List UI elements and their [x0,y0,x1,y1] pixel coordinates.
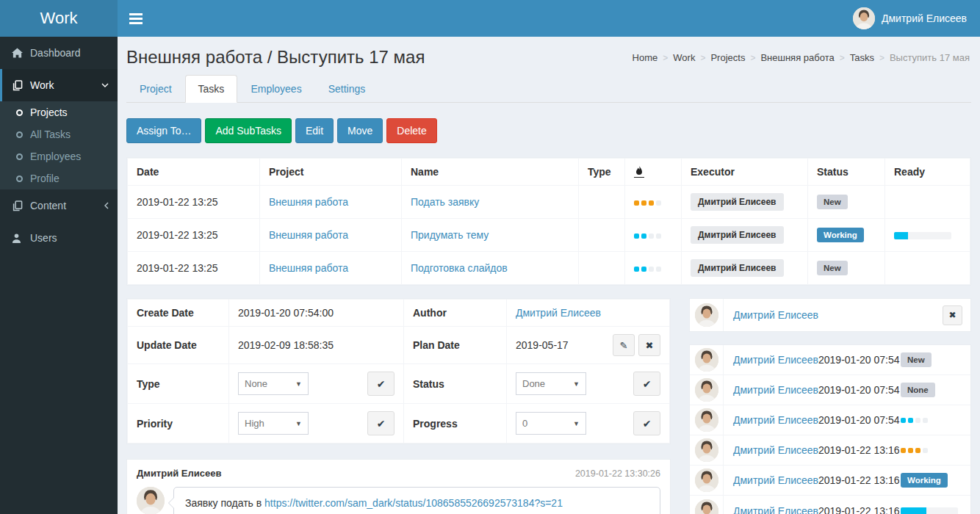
check-icon: ✔ [643,378,652,390]
task-priority [625,252,682,285]
priority-sort-link[interactable] [634,166,644,178]
history-user-link[interactable]: Дмитрий Елисеев [724,444,818,456]
breadcrumb-home[interactable]: Home [633,52,658,63]
status-select[interactable]: Done▼ [516,372,586,395]
history-date: 2019-01-20 07:54 [818,384,901,396]
edit-button[interactable]: Edit [295,118,334,143]
check-icon: ✔ [643,418,652,430]
sidebar-item-label: Profile [30,173,60,184]
sidebar-item-employees[interactable]: Employees [0,145,118,167]
sidebar-toggle-icon[interactable] [129,6,154,31]
person-icon [12,234,30,243]
history-row: Дмитрий Елисеев 2019-01-22 13:16 Working [690,466,970,496]
task-toolbar: Assign To… Add SubTasks Edit Move Delete [126,118,971,143]
select-arrow-icon: ▼ [573,380,580,388]
tasks-table: Date Project Name Type Executor Status R… [127,158,970,285]
priority-select[interactable]: High▼ [238,412,309,435]
project-link[interactable]: Внешняя работа [269,229,348,241]
tab-project[interactable]: Project [126,75,185,103]
type-label: Type [128,364,229,404]
executor-link[interactable]: Дмитрий Елисеев [724,309,943,321]
history-user-link[interactable]: Дмитрий Елисеев [724,505,818,514]
edit-plan-date-button[interactable]: ✎ [613,334,635,356]
plan-date-value: 2019-05-17 [516,339,569,351]
task-ready [885,219,970,252]
history-date: 2019-01-22 13:16 [818,474,901,486]
task-link[interactable]: Придумать тему [411,229,489,241]
sidebar-item-dashboard[interactable]: Dashboard [0,37,118,69]
sidebar-item-projects[interactable]: Projects [0,101,118,123]
apply-progress-button[interactable]: ✔ [633,411,660,435]
task-row: 2019-01-22 13:25 Внешняя работа Подать з… [128,186,970,219]
history-value: Working [901,473,970,488]
brand-logo[interactable]: Work [0,0,118,37]
fire-icon [635,166,643,175]
status-badge: Working [808,219,885,252]
history-user-link[interactable]: Дмитрий Елисеев [724,414,818,426]
breadcrumb-tasks[interactable]: Tasks [850,52,874,63]
create-date-label: Create Date [128,300,229,327]
type-select[interactable]: None▼ [238,372,309,395]
chevron-left-icon [104,202,109,209]
select-arrow-icon: ▼ [295,380,302,388]
apply-status-button[interactable]: ✔ [633,372,660,396]
comment-avatar [137,487,165,514]
tab-employees[interactable]: Employees [237,75,314,103]
sidebar-item-work[interactable]: Work [0,69,118,101]
progress-select[interactable]: 0▼ [516,412,586,435]
comment-author: Дмитрий Елисеев [137,468,221,479]
tab-settings[interactable]: Settings [315,75,379,103]
apply-type-button[interactable]: ✔ [367,372,394,396]
history-date: 2019-01-22 13:16 [818,505,901,514]
status-badge: New [808,186,885,219]
task-date: 2019-01-22 13:25 [128,252,260,285]
history-user-link[interactable]: Дмитрий Елисеев [724,384,818,396]
chevron-down-icon [101,83,109,87]
sidebar-item-all-tasks[interactable]: All Tasks [0,123,118,145]
sidebar-item-label: Employees [30,151,81,162]
tasks-table-panel: Date Project Name Type Executor Status R… [126,157,971,286]
sidebar-item-label: All Tasks [30,128,71,140]
assign-to-button[interactable]: Assign To… [126,118,201,143]
breadcrumb-work[interactable]: Work [673,52,695,63]
history-date: 2019-01-22 13:16 [818,444,901,456]
history-avatar [695,348,718,372]
remove-executor-button[interactable]: ✖ [943,305,962,325]
sidebar-item-label: Work [30,79,54,91]
col-date: Date [128,159,260,186]
sidebar: Dashboard Work Projects All Tasks Employ… [0,37,118,514]
comment-text: Заявку подать в [185,497,264,509]
history-user-link[interactable]: Дмитрий Елисеев [724,474,818,486]
select-arrow-icon: ▼ [295,420,302,427]
clear-plan-date-button[interactable]: ✖ [638,334,660,356]
top-bar: Work Дмитрий Елисеев [0,0,980,37]
sidebar-item-profile[interactable]: Profile [0,167,118,189]
close-icon: ✖ [646,340,654,351]
history-avatar [695,408,718,432]
apply-priority-button[interactable]: ✔ [367,411,394,435]
sidebar-item-content[interactable]: Content [0,189,118,222]
delete-button[interactable]: Delete [386,118,436,143]
breadcrumb-project[interactable]: Внешняя работа [760,52,834,63]
project-link[interactable]: Внешняя работа [269,262,348,274]
user-menu[interactable]: Дмитрий Елисеев [853,7,967,29]
author-link[interactable]: Дмитрий Елисеев [516,307,601,319]
pencil-icon: ✎ [620,340,628,351]
task-link[interactable]: Подать заявку [411,196,479,208]
breadcrumb-projects[interactable]: Projects [710,52,745,63]
history-avatar [695,378,718,402]
page-title: Внешняя работа / Выступить 17 мая [126,47,425,68]
col-ready: Ready [885,159,970,186]
add-subtasks-button[interactable]: Add SubTasks [205,118,292,143]
task-row: 2019-01-22 13:25 Внешняя работа Придумат… [128,219,970,252]
move-button[interactable]: Move [337,118,383,143]
project-link[interactable]: Внешняя работа [269,196,348,208]
update-date-label: Update Date [128,327,229,364]
comment-link[interactable]: https://twitter.com/sam_dark/status/1086… [264,497,563,509]
task-row: 2019-01-22 13:25 Внешняя работа Подготов… [128,252,970,285]
task-link[interactable]: Подготовка слайдов [411,262,508,274]
history-user-link[interactable]: Дмитрий Елисеев [724,354,818,366]
create-date-value: 2019-01-20 07:54:00 [229,300,404,327]
tab-tasks[interactable]: Tasks [185,75,238,103]
sidebar-item-users[interactable]: Users [0,222,118,254]
